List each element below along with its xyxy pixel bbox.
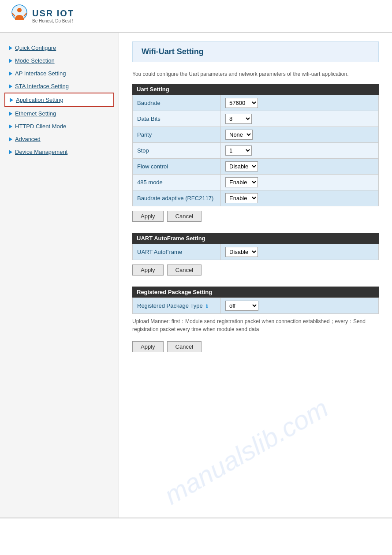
reg-package-type-cell: off MAC Custom xyxy=(221,298,379,314)
flowcontrol-label: Flow control xyxy=(133,159,221,175)
page-title: Wifi-Uart Setting xyxy=(142,47,204,56)
nav-arrow-icon xyxy=(9,46,12,50)
registered-package-section: Registered Package Setting Registered Pa… xyxy=(132,287,379,354)
registered-package-table: Registered Package Type ℹ off MAC Custom xyxy=(132,298,379,314)
sidebar-label: STA Interface Setting xyxy=(15,83,69,89)
baudrate-adaptive-cell: Disable Enable xyxy=(221,190,379,206)
uart-btn-row: Apply Cancel xyxy=(132,206,379,224)
table-row: Parity None Odd Even xyxy=(133,127,379,143)
flowcontrol-select[interactable]: Disable Enable xyxy=(225,161,258,171)
table-row: Stop 1 2 xyxy=(133,143,379,159)
sidebar-item-sta-interface[interactable]: STA Interface Setting xyxy=(4,80,114,93)
autoframe-settings-table: UART AutoFrame Disable Enable xyxy=(132,244,379,260)
sidebar-label: Ethernet Setting xyxy=(15,110,56,117)
baudrate-cell: 9600 19200 38400 57600 115200 xyxy=(221,95,379,111)
baudrate-adaptive-label: Baudrate adaptive (RFC2117) xyxy=(133,190,221,206)
nav-arrow-icon xyxy=(9,59,12,63)
header: USR IOT Be Honest, Do Best ! xyxy=(0,0,392,33)
autoframe-select[interactable]: Disable Enable xyxy=(225,247,258,257)
autoframe-label: UART AutoFrame xyxy=(133,244,221,260)
parity-cell: None Odd Even xyxy=(221,127,379,143)
nav-arrow-icon xyxy=(9,71,12,76)
upload-note: Upload Manner: first：Module send registr… xyxy=(132,317,379,333)
sidebar-item-mode-selection[interactable]: Mode Selection xyxy=(4,54,114,67)
baudrate-select[interactable]: 9600 19200 38400 57600 115200 xyxy=(225,98,258,108)
table-row: Registered Package Type ℹ off MAC Custom xyxy=(133,298,379,314)
svg-point-1 xyxy=(17,8,22,12)
sidebar-label: Quick Configure xyxy=(15,45,56,51)
parity-select[interactable]: None Odd Even xyxy=(225,130,253,140)
nav-arrow-icon xyxy=(9,137,12,142)
baudrate-label: Baudrate xyxy=(133,95,221,111)
sidebar-label: Device Management xyxy=(15,149,67,155)
sidebar-item-application-setting[interactable]: Application Setting xyxy=(4,93,114,107)
uart-apply-button[interactable]: Apply xyxy=(132,211,164,222)
info-icon: ℹ xyxy=(206,303,208,309)
reg-package-cancel-button[interactable]: Cancel xyxy=(167,341,202,352)
sidebar-item-ap-interface[interactable]: AP Interface Setting xyxy=(4,67,114,80)
footer xyxy=(0,518,392,531)
sidebar-item-httpd-client[interactable]: HTTPD Client Mode xyxy=(4,120,114,133)
stop-select[interactable]: 1 2 xyxy=(225,145,252,156)
nav-arrow-icon xyxy=(9,112,12,116)
logo-icon xyxy=(9,4,30,27)
table-row: Baudrate 9600 19200 38400 57600 115200 xyxy=(133,95,379,111)
main-layout: Quick Configure Mode Selection AP Interf… xyxy=(0,33,392,518)
nav-arrow-icon xyxy=(9,124,12,129)
page-title-box: Wifi-Uart Setting xyxy=(132,41,379,62)
sidebar-item-device-management[interactable]: Device Management xyxy=(4,145,114,158)
sidebar-label: Mode Selection xyxy=(15,57,55,64)
parity-label: Parity xyxy=(133,127,221,143)
uart-setting-section: Uart Setting Baudrate 9600 19200 38400 5… xyxy=(132,84,379,224)
sidebar: Quick Configure Mode Selection AP Interf… xyxy=(0,33,119,518)
uart-cancel-button[interactable]: Cancel xyxy=(167,211,202,222)
reg-package-apply-button[interactable]: Apply xyxy=(132,341,164,352)
autoframe-cancel-button[interactable]: Cancel xyxy=(167,264,202,276)
autoframe-apply-button[interactable]: Apply xyxy=(132,264,164,276)
mode485-cell: Disable Enable xyxy=(221,175,379,190)
main-content: Wifi-Uart Setting You could configure th… xyxy=(119,33,392,518)
autoframe-cell: Disable Enable xyxy=(221,244,379,260)
table-row: 485 mode Disable Enable xyxy=(133,175,379,190)
autoframe-setting-section: UART AutoFrame Setting UART AutoFrame Di… xyxy=(132,233,379,278)
flowcontrol-cell: Disable Enable xyxy=(221,159,379,175)
table-row: Baudrate adaptive (RFC2117) Disable Enab… xyxy=(133,190,379,206)
baudrate-adaptive-select[interactable]: Disable Enable xyxy=(225,193,258,203)
autoframe-section-header: UART AutoFrame Setting xyxy=(132,233,379,244)
registered-package-header: Registered Package Setting xyxy=(132,287,379,298)
logo-brand: USR IOT xyxy=(32,8,74,19)
stop-label: Stop xyxy=(133,143,221,159)
sidebar-item-quick-configure[interactable]: Quick Configure xyxy=(4,41,114,54)
stop-cell: 1 2 xyxy=(221,143,379,159)
sidebar-label: HTTPD Client Mode xyxy=(15,123,66,130)
sidebar-label: Application Setting xyxy=(16,97,63,103)
mode485-label: 485 mode xyxy=(133,175,221,190)
databits-cell: 7 8 xyxy=(221,111,379,127)
sidebar-item-ethernet-setting[interactable]: Ethernet Setting xyxy=(4,107,114,120)
reg-package-type-label: Registered Package Type ℹ xyxy=(133,298,221,314)
nav-arrow-icon xyxy=(9,150,12,154)
sidebar-label: AP Interface Setting xyxy=(15,70,66,77)
reg-package-type-select[interactable]: off MAC Custom xyxy=(225,301,258,311)
uart-settings-table: Baudrate 9600 19200 38400 57600 115200 D… xyxy=(132,95,379,206)
table-row: Flow control Disable Enable xyxy=(133,159,379,175)
autoframe-btn-row: Apply Cancel xyxy=(132,260,379,278)
databits-label: Data Bits xyxy=(133,111,221,127)
logo-area: USR IOT Be Honest, Do Best ! xyxy=(9,4,74,27)
page-description: You could configure the Uart parameters … xyxy=(132,71,379,77)
logo-text: USR IOT Be Honest, Do Best ! xyxy=(32,8,74,23)
databits-select[interactable]: 7 8 xyxy=(225,114,252,124)
sidebar-label: Advanced xyxy=(15,136,41,142)
nav-arrow-icon xyxy=(9,84,12,89)
mode485-select[interactable]: Disable Enable xyxy=(225,177,258,187)
table-row: Data Bits 7 8 xyxy=(133,111,379,127)
nav-arrow-icon xyxy=(10,98,13,102)
logo-tagline: Be Honest, Do Best ! xyxy=(32,19,74,23)
table-row: UART AutoFrame Disable Enable xyxy=(133,244,379,260)
sidebar-item-advanced[interactable]: Advanced xyxy=(4,133,114,145)
uart-section-header: Uart Setting xyxy=(132,84,379,95)
reg-package-btn-row: Apply Cancel xyxy=(132,337,379,354)
